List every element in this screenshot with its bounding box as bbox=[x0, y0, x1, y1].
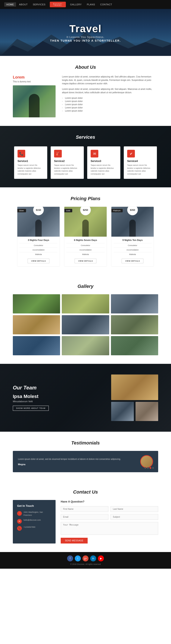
price-btn-3[interactable]: VIEW DETAILS bbox=[122, 258, 143, 263]
nav-plans[interactable]: Plans bbox=[85, 2, 97, 6]
footer-copyright: © 2018 Discover. All rights reserved bbox=[4, 563, 167, 565]
subject-input[interactable] bbox=[110, 514, 158, 520]
contact-address: 1941 Washington, San Francisco bbox=[24, 511, 51, 516]
team-photo-1 bbox=[111, 374, 158, 400]
service-icon-1: 📞 bbox=[18, 150, 25, 158]
team-section: Our Team Ipsa Molest Minuslaborum Velit … bbox=[0, 364, 171, 432]
form-name-row bbox=[61, 506, 158, 512]
about-para2: Lorem ipsum dolor sit amet, consectetur … bbox=[62, 88, 158, 94]
gallery-cell-5[interactable] bbox=[62, 315, 109, 334]
price-body-3: 9 Nights Ten Days Consutetur Accomodatio… bbox=[111, 237, 154, 266]
services-grid: 📞 Service1 Taque earum rerum his tenetur… bbox=[13, 146, 158, 179]
services-title: Services bbox=[13, 134, 158, 140]
linkedin-icon[interactable]: in bbox=[90, 556, 96, 562]
contact-section: Contact Us Get In Touch 📍 1941 Washingto… bbox=[0, 481, 171, 552]
nav-services[interactable]: Services bbox=[31, 2, 48, 6]
gallery-cell-8[interactable] bbox=[62, 336, 109, 355]
hero-text: Travel It Leaves You Speechless. THEN TU… bbox=[50, 23, 121, 42]
price-row-2c: Malesta bbox=[67, 252, 104, 256]
gallery-cell-4[interactable] bbox=[13, 315, 60, 334]
pricing-section: Pricing Plans $150 Silver 3 Nights Four … bbox=[0, 187, 171, 275]
service-card-2: 🎒 Service2 Taque earum rerum his tenetur… bbox=[51, 146, 84, 179]
price-row-1a: Consutetur bbox=[20, 243, 58, 248]
testimonial-box: Lorem ipsum dolor sit amet, sed do eiusm… bbox=[13, 451, 158, 472]
gallery-cell-1[interactable] bbox=[13, 294, 60, 314]
team-right bbox=[111, 374, 158, 421]
last-name-input[interactable] bbox=[110, 506, 158, 512]
price-card-3: $350 Platinum 9 Nights Ten Days Consutet… bbox=[111, 206, 154, 266]
nav-about[interactable]: About bbox=[17, 2, 30, 6]
contact-email-row: ✉ hello@discover.com bbox=[17, 519, 51, 524]
team-photo-3 bbox=[135, 402, 158, 421]
team-left: Our Team Ipsa Molest Minuslaborum Velit … bbox=[13, 385, 105, 411]
email-input[interactable] bbox=[61, 514, 108, 520]
about-heading: Lorem bbox=[13, 75, 56, 80]
service-name-4: Service4 bbox=[127, 160, 153, 162]
team-member-role: Minuslaborum Velit bbox=[13, 400, 105, 403]
price-row-1c: Malesta bbox=[20, 252, 58, 256]
form-contact-row bbox=[61, 514, 158, 520]
gallery-cell-7[interactable] bbox=[13, 336, 60, 355]
footer-social: f t g+ in ▶ bbox=[4, 556, 167, 562]
testimonial-text-block: Lorem ipsum dolor sit amet, sed do eiusm… bbox=[18, 458, 136, 466]
price-row-1b: Accomodation bbox=[20, 248, 58, 252]
nav-links: Home About Services Discover TRAVEL Gall… bbox=[4, 2, 114, 7]
team-more-button[interactable]: SHOW MORE ABOUT TEAM bbox=[13, 406, 49, 411]
service-icon-4: ✔ bbox=[127, 150, 135, 158]
service-card-4: ✔ Service4 Taque earum rerum his tenetur… bbox=[124, 146, 157, 179]
nav-gallery[interactable]: Gallery bbox=[68, 2, 84, 6]
contact-address-row: 📍 1941 Washington, San Francisco bbox=[17, 511, 51, 516]
testimonials-section: Testimonials Lorem ipsum dolor sit amet,… bbox=[0, 432, 171, 481]
gallery-cell-6[interactable] bbox=[111, 315, 158, 334]
nav-contact[interactable]: Contact bbox=[98, 2, 114, 6]
navbar: Home About Services Discover TRAVEL Gall… bbox=[0, 0, 171, 9]
list-item: Lorem ipsum dolor bbox=[62, 96, 158, 100]
about-image-person bbox=[29, 94, 40, 117]
googleplus-icon[interactable]: g+ bbox=[83, 556, 88, 562]
about-section: About Us Lorem This is dummy text Lorem … bbox=[0, 56, 171, 126]
contact-title: Contact Us bbox=[13, 489, 158, 495]
nav-logo[interactable]: Discover TRAVEL bbox=[50, 2, 66, 7]
contact-grid: Get In Touch 📍 1941 Washington, San Fran… bbox=[13, 500, 158, 544]
price-img-person-2 bbox=[82, 220, 89, 237]
list-item: Lorem ipsum dolor bbox=[62, 109, 158, 112]
price-btn-2[interactable]: VIEW DETAILS bbox=[75, 258, 96, 263]
about-right: Lorem ipsum dolor sit amet, consectetur … bbox=[62, 75, 158, 112]
youtube-icon[interactable]: ▶ bbox=[98, 556, 104, 562]
nav-home[interactable]: Home bbox=[4, 2, 16, 6]
gallery-cell-9[interactable] bbox=[111, 336, 158, 355]
price-row-3c: Malesta bbox=[113, 252, 151, 256]
contact-right: Have A Question? SEND MESSAGE bbox=[61, 500, 158, 544]
price-badge-wrap-3: $350 Platinum bbox=[111, 207, 154, 237]
service-desc-3: Taque earum rerum his tenetur a sapiente… bbox=[91, 164, 117, 176]
twitter-icon[interactable]: t bbox=[75, 556, 81, 562]
about-list: Lorem ipsum dolor Lorem ipsum dolor Lore… bbox=[62, 96, 158, 112]
first-name-input[interactable] bbox=[61, 506, 108, 512]
service-icon-3: ✉ bbox=[91, 150, 98, 158]
hero-section: Travel It Leaves You Speechless. THEN TU… bbox=[0, 9, 171, 56]
contact-form-title: Have A Question? bbox=[61, 500, 158, 503]
dot-2[interactable] bbox=[147, 467, 149, 469]
pricing-title: Pricing Plans bbox=[13, 196, 158, 202]
testimonial-dots bbox=[144, 467, 154, 469]
service-card-1: 📞 Service1 Taque earum rerum his tenetur… bbox=[14, 146, 47, 179]
price-plan-title-2: 6 Nights Seven Days bbox=[67, 239, 104, 241]
facebook-icon[interactable]: f bbox=[67, 556, 73, 562]
service-icon-2: 🎒 bbox=[54, 150, 62, 158]
dot-3[interactable] bbox=[150, 467, 151, 469]
hero-subtitle2: THEN TURNS YOU INTO A STORYTELLER. bbox=[50, 39, 121, 42]
send-message-button[interactable]: SEND MESSAGE bbox=[61, 538, 88, 544]
service-desc-2: Taque earum rerum his tenetur a sapiente… bbox=[54, 164, 80, 176]
team-title: Our Team bbox=[13, 385, 105, 391]
price-btn-1[interactable]: VIEW DETAILS bbox=[28, 258, 49, 263]
contact-phone-row: 📞 +1234567890 bbox=[17, 526, 51, 531]
price-body-1: 3 Nights Four Days Consutetur Accomodati… bbox=[17, 237, 60, 266]
message-textarea[interactable] bbox=[61, 522, 158, 535]
gallery-cell-3[interactable] bbox=[111, 294, 158, 314]
dot-1[interactable] bbox=[144, 467, 146, 469]
about-title: About Us bbox=[13, 64, 158, 70]
dot-4[interactable] bbox=[152, 467, 154, 469]
price-body-2: 6 Nights Seven Days Consutetur Accomodat… bbox=[64, 237, 107, 266]
list-item: Lorem ipsum dolor bbox=[62, 103, 158, 106]
gallery-cell-2[interactable] bbox=[62, 294, 109, 314]
